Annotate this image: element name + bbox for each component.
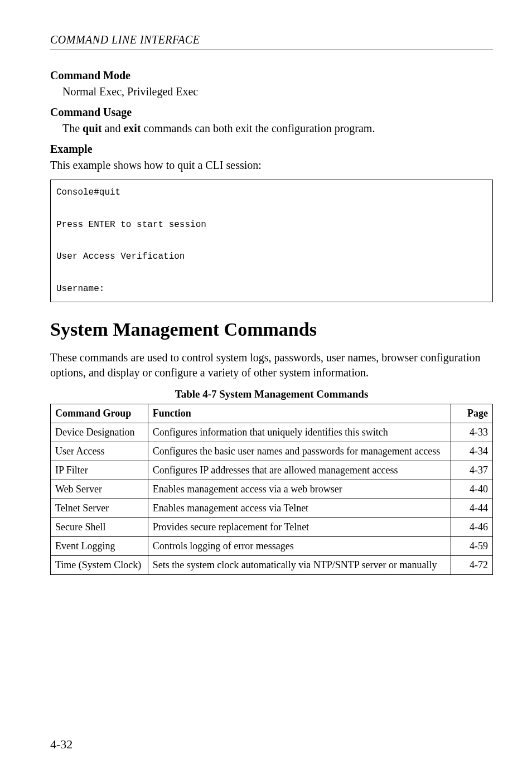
cell-function: Controls logging of error messages (148, 536, 451, 555)
th-page: Page (451, 404, 493, 423)
table-row: Secure Shell Provides secure replacement… (51, 517, 493, 536)
cell-group: Secure Shell (51, 517, 148, 536)
cell-page: 4-40 (451, 480, 493, 499)
text-command-mode: Normal Exec, Privileged Exec (62, 84, 493, 99)
cell-function: Sets the system clock automatically via … (148, 555, 451, 574)
cell-page: 4-72 (451, 555, 493, 574)
th-function: Function (148, 404, 451, 423)
cell-function: Configures information that uniquely ide… (148, 423, 451, 442)
usage-suffix: commands can both exit the configuration… (141, 122, 375, 134)
cell-function: Provides secure replacement for Telnet (148, 517, 451, 536)
cell-group: IP Filter (51, 461, 148, 480)
cell-page: 4-37 (451, 461, 493, 480)
usage-bold-quit: quit (83, 122, 101, 134)
table-row: Telnet Server Enables management access … (51, 499, 493, 517)
usage-mid: and (102, 122, 124, 134)
table-row: IP Filter Configures IP addresses that a… (51, 461, 493, 480)
usage-bold-exit: exit (123, 122, 141, 134)
heading-example: Example (50, 143, 493, 156)
text-example: This example shows how to quit a CLI ses… (50, 158, 493, 173)
th-command-group: Command Group (51, 404, 148, 423)
heading-command-mode: Command Mode (50, 69, 493, 82)
table-row: Event Logging Controls logging of error … (51, 536, 493, 555)
cell-page: 4-44 (451, 499, 493, 517)
table-row: Device Designation Configures informatio… (51, 423, 493, 442)
cell-group: Telnet Server (51, 499, 148, 517)
text-command-usage: The quit and exit commands can both exit… (62, 121, 493, 136)
header-rule (50, 50, 493, 50)
table-row: User Access Configures the basic user na… (51, 442, 493, 461)
table-caption: Table 4-7 System Management Commands (50, 388, 493, 400)
heading-command-usage: Command Usage (50, 106, 493, 119)
cell-function: Enables management access via a web brow… (148, 480, 451, 499)
page-number: 4-32 (50, 737, 72, 752)
cell-group: Time (System Clock) (51, 555, 148, 574)
cell-group: Web Server (51, 480, 148, 499)
code-block: Console#quit Press ENTER to start sessio… (50, 180, 493, 302)
cell-group: Event Logging (51, 536, 148, 555)
cell-page: 4-46 (451, 517, 493, 536)
cell-function: Configures IP addresses that are allowed… (148, 461, 451, 480)
cell-group: User Access (51, 442, 148, 461)
cell-page: 4-33 (451, 423, 493, 442)
cell-page: 4-59 (451, 536, 493, 555)
intro-paragraph: These commands are used to control syste… (50, 350, 493, 380)
cell-page: 4-34 (451, 442, 493, 461)
cell-group: Device Designation (51, 423, 148, 442)
cell-function: Enables management access via Telnet (148, 499, 451, 517)
usage-prefix: The (62, 122, 83, 134)
cell-function: Configures the basic user names and pass… (148, 442, 451, 461)
mgmt-commands-table: Command Group Function Page Device Desig… (50, 404, 493, 575)
main-heading: System Management Commands (50, 319, 493, 340)
running-head: COMMAND LINE INTERFACE (50, 33, 493, 46)
table-row: Time (System Clock) Sets the system cloc… (51, 555, 493, 574)
table-row: Web Server Enables management access via… (51, 480, 493, 499)
table-header-row: Command Group Function Page (51, 404, 493, 423)
